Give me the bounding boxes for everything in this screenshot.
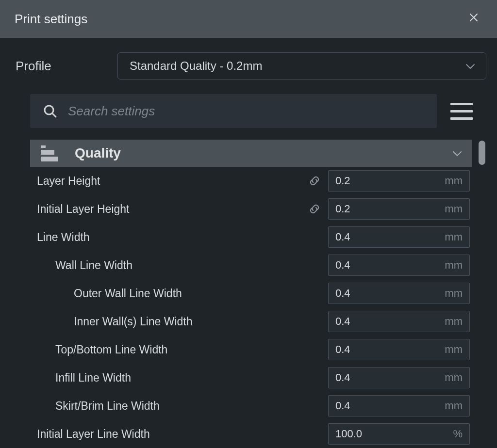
setting-label: Layer Height — [30, 175, 307, 188]
value-input[interactable]: 0.4mm — [328, 339, 470, 360]
profile-select[interactable]: Standard Quality - 0.2mm — [117, 52, 486, 80]
value-text: 0.2 — [335, 175, 445, 187]
setting-label: Outer Wall Line Width — [30, 287, 328, 300]
section-header-quality[interactable]: Quality — [30, 140, 472, 167]
unit-text: mm — [445, 343, 463, 356]
unit-text: mm — [445, 259, 463, 272]
value-text: 0.4 — [335, 343, 445, 356]
search-input[interactable] — [68, 104, 424, 119]
value-text: 0.4 — [335, 231, 445, 243]
setting-label: Initial Layer Height — [30, 203, 307, 216]
setting-label: Top/Bottom Line Width — [30, 343, 328, 356]
scrollbar-thumb[interactable] — [479, 141, 485, 165]
setting-row: Top/Bottom Line Width0.4mm — [30, 336, 472, 364]
setting-row: Outer Wall Line Width0.4mm — [30, 279, 472, 307]
setting-label: Inner Wall(s) Line Width — [30, 315, 328, 328]
setting-row: Inner Wall(s) Line Width0.4mm — [30, 307, 472, 336]
quality-icon — [41, 145, 58, 161]
unit-text: mm — [445, 371, 463, 384]
value-input[interactable]: 0.4mm — [328, 226, 470, 248]
unit-text: mm — [445, 203, 463, 215]
value-input[interactable]: 0.4mm — [328, 283, 470, 304]
window-title: Print settings — [15, 12, 465, 27]
profile-select-value: Standard Quality - 0.2mm — [130, 59, 465, 73]
unit-text: mm — [445, 400, 463, 412]
value-text: 0.4 — [335, 315, 445, 328]
chevron-down-icon — [452, 151, 461, 156]
value-text: 0.2 — [335, 203, 445, 215]
setting-row: Layer Height0.2mm — [30, 167, 472, 195]
value-text: 0.4 — [335, 371, 445, 384]
setting-row: Initial Layer Line Width100.0% — [30, 420, 472, 448]
settings-list: Quality Layer Height0.2mmInitial Layer H… — [30, 140, 472, 448]
unit-text: % — [453, 428, 463, 440]
svg-line-1 — [52, 113, 56, 117]
value-text: 0.4 — [335, 400, 445, 412]
setting-label: Wall Line Width — [30, 259, 328, 272]
profile-row: Profile Standard Quality - 0.2mm — [16, 52, 486, 80]
value-input[interactable]: 0.4mm — [328, 367, 470, 388]
setting-row: Infill Line Width0.4mm — [30, 364, 472, 392]
setting-label: Infill Line Width — [30, 371, 328, 384]
profile-label: Profile — [16, 59, 117, 74]
search-icon — [43, 104, 57, 118]
setting-row: Skirt/Brim Line Width0.4mm — [30, 392, 472, 420]
setting-row: Initial Layer Height0.2mm — [30, 195, 472, 223]
value-input[interactable]: 0.4mm — [328, 311, 470, 332]
setting-label: Skirt/Brim Line Width — [30, 400, 328, 413]
search-box[interactable] — [30, 94, 437, 128]
section-title: Quality — [75, 145, 436, 161]
link-icon[interactable] — [307, 174, 322, 188]
unit-text: mm — [445, 287, 463, 300]
close-icon[interactable] — [465, 9, 482, 29]
value-text: 100.0 — [335, 428, 453, 440]
setting-label: Initial Layer Line Width — [30, 428, 328, 441]
value-input[interactable]: 0.4mm — [328, 255, 470, 276]
titlebar: Print settings — [0, 0, 497, 38]
value-input[interactable]: 100.0% — [328, 423, 470, 445]
link-icon[interactable] — [307, 202, 322, 216]
value-input[interactable]: 0.2mm — [328, 198, 470, 220]
value-input[interactable]: 0.2mm — [328, 170, 470, 192]
value-text: 0.4 — [335, 259, 445, 272]
setting-row: Wall Line Width0.4mm — [30, 251, 472, 279]
scrollbar[interactable] — [478, 140, 486, 448]
chevron-down-icon — [465, 64, 474, 68]
unit-text: mm — [445, 231, 463, 243]
hamburger-icon[interactable] — [450, 100, 473, 122]
unit-text: mm — [445, 175, 463, 187]
unit-text: mm — [445, 315, 463, 328]
setting-row: Line Width0.4mm — [30, 223, 472, 251]
value-input[interactable]: 0.4mm — [328, 395, 470, 416]
setting-label: Line Width — [30, 231, 328, 244]
value-text: 0.4 — [335, 287, 445, 300]
search-row — [30, 94, 486, 128]
